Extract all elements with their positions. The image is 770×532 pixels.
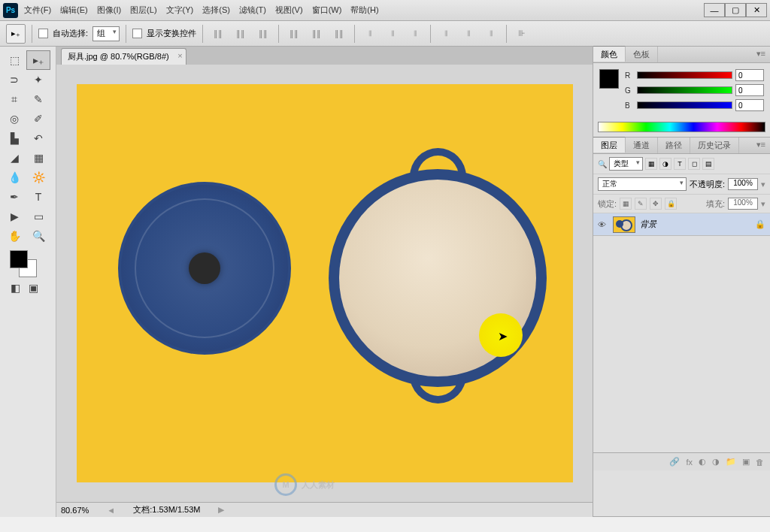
tool-eyedropper[interactable]: ✎ xyxy=(26,89,50,109)
tool-gradient[interactable]: ▦ xyxy=(26,148,50,168)
fill-input[interactable]: 100% xyxy=(728,198,758,210)
tool-healing[interactable]: ◎ xyxy=(2,109,26,128)
tool-history-brush[interactable]: ↶ xyxy=(26,128,50,148)
tool-rectangle[interactable]: ▭ xyxy=(26,207,50,226)
tab-history[interactable]: 历史记录 xyxy=(690,138,739,153)
align-top-icon[interactable]: ‖‖ xyxy=(209,26,227,41)
menu-file[interactable]: 文件(F) xyxy=(24,5,51,16)
r-slider[interactable] xyxy=(637,71,732,79)
filter-pixel-icon[interactable]: ▦ xyxy=(645,158,657,170)
tool-screen-mode[interactable]: ▣ xyxy=(25,280,41,295)
tool-type[interactable]: T xyxy=(26,187,50,207)
tool-magic-wand[interactable]: ✦ xyxy=(26,70,50,89)
tab-swatches[interactable]: 色板 xyxy=(626,47,658,62)
show-transform-checkbox[interactable] xyxy=(132,29,142,38)
opacity-input[interactable]: 100% xyxy=(728,178,758,190)
canvas[interactable]: ➤ xyxy=(77,84,573,482)
panel-menu-icon[interactable]: ▾≡ xyxy=(752,47,770,62)
menu-select[interactable]: 选择(S) xyxy=(202,5,230,16)
menu-help[interactable]: 帮助(H) xyxy=(350,5,378,16)
filter-type-icon[interactable]: T xyxy=(674,158,686,170)
lock-paint-icon[interactable]: ✎ xyxy=(635,198,647,210)
layer-thumbnail[interactable] xyxy=(613,216,635,233)
tool-zoom[interactable]: 🔍 xyxy=(26,226,50,246)
menu-image[interactable]: 图像(I) xyxy=(97,5,121,16)
filter-type-dropdown[interactable]: 类型 xyxy=(609,157,643,171)
visibility-icon[interactable]: 👁 xyxy=(598,220,608,229)
menu-window[interactable]: 窗口(W) xyxy=(312,5,342,16)
r-input[interactable] xyxy=(735,69,764,81)
new-group-icon[interactable]: 📁 xyxy=(726,457,736,467)
menu-edit[interactable]: 编辑(E) xyxy=(60,5,88,16)
tool-lasso[interactable]: ⊃ xyxy=(2,70,26,89)
new-layer-icon[interactable]: ▣ xyxy=(742,457,750,467)
layer-name[interactable]: 背景 xyxy=(640,219,750,230)
document-status[interactable]: 文档:1.53M/1.53M xyxy=(133,504,200,515)
filter-shape-icon[interactable]: ◻ xyxy=(688,158,700,170)
close-button[interactable]: ✕ xyxy=(746,3,767,17)
menu-view[interactable]: 视图(V) xyxy=(275,5,303,16)
auto-select-checkbox[interactable] xyxy=(38,29,48,38)
tool-hand[interactable]: ✋ xyxy=(2,226,26,246)
minimize-button[interactable]: — xyxy=(704,3,725,17)
fill-stepper-icon[interactable]: ▾ xyxy=(761,199,765,209)
filter-smart-icon[interactable]: ▤ xyxy=(702,158,714,170)
distribute-left-icon[interactable]: ⫴ xyxy=(437,26,455,41)
menu-type[interactable]: 文字(Y) xyxy=(166,5,194,16)
menu-filter[interactable]: 滤镜(T) xyxy=(239,5,266,16)
document-tab[interactable]: 厨具.jpg @ 80.7%(RGB/8#) × xyxy=(61,48,186,65)
lock-pixels-icon[interactable]: ▦ xyxy=(620,198,632,210)
link-layers-icon[interactable]: 🔗 xyxy=(669,457,680,467)
tool-brush[interactable]: ✐ xyxy=(26,109,50,128)
distribute-top-icon[interactable]: ⫴ xyxy=(361,26,379,41)
opacity-stepper-icon[interactable]: ▾ xyxy=(761,180,765,189)
spectrum-picker[interactable] xyxy=(598,122,765,132)
lock-all-icon[interactable]: 🔒 xyxy=(665,198,677,210)
tab-color[interactable]: 颜色 xyxy=(593,46,626,62)
delete-layer-icon[interactable]: 🗑 xyxy=(756,458,764,467)
distribute-hcenter-icon[interactable]: ⫴ xyxy=(459,26,477,41)
align-hcenter-icon[interactable]: ‖‖ xyxy=(308,26,326,41)
layer-mask-icon[interactable]: ◐ xyxy=(699,457,706,467)
tool-blur[interactable]: 💧 xyxy=(2,168,26,187)
blend-mode-dropdown[interactable]: 正常 xyxy=(598,177,687,191)
tab-layers[interactable]: 图层 xyxy=(593,137,626,153)
panel-menu-icon[interactable]: ▾≡ xyxy=(752,138,770,153)
g-input[interactable] xyxy=(735,84,764,96)
3d-mode-icon[interactable]: ⊪ xyxy=(513,26,531,41)
distribute-bottom-icon[interactable]: ⫴ xyxy=(406,26,424,41)
tool-eraser[interactable]: ◢ xyxy=(2,148,26,168)
status-arrow-icon[interactable]: ▶ xyxy=(218,505,224,515)
lock-icon[interactable]: 🔒 xyxy=(755,219,765,229)
tool-marquee[interactable]: ⬚ xyxy=(2,50,26,70)
tab-channels[interactable]: 通道 xyxy=(626,138,658,153)
align-bottom-icon[interactable]: ‖‖ xyxy=(254,26,272,41)
g-slider[interactable] xyxy=(637,86,732,94)
tab-paths[interactable]: 路径 xyxy=(658,138,690,153)
close-tab-icon[interactable]: × xyxy=(177,51,182,60)
lock-position-icon[interactable]: ✥ xyxy=(650,198,662,210)
foreground-color[interactable] xyxy=(10,250,28,268)
distribute-right-icon[interactable]: ⫴ xyxy=(482,26,500,41)
layer-row-background[interactable]: 👁 背景 🔒 xyxy=(593,213,770,236)
adjustment-layer-icon[interactable]: ◑ xyxy=(712,457,720,467)
tool-dodge[interactable]: 🔆 xyxy=(26,168,50,187)
align-left-icon[interactable]: ‖‖ xyxy=(285,26,303,41)
tool-stamp[interactable]: ▙ xyxy=(2,128,26,148)
distribute-vcenter-icon[interactable]: ⫴ xyxy=(383,26,402,41)
auto-select-dropdown[interactable]: 组 xyxy=(92,26,120,41)
align-vcenter-icon[interactable]: ‖‖ xyxy=(232,26,250,41)
tool-move[interactable]: ▸₊ xyxy=(26,50,50,70)
tool-pen[interactable]: ✒ xyxy=(2,187,26,207)
active-tool-indicator[interactable]: ▸₊ xyxy=(6,24,26,44)
filter-adjust-icon[interactable]: ◑ xyxy=(659,158,671,170)
layer-fx-icon[interactable]: fx xyxy=(686,458,693,467)
b-slider[interactable] xyxy=(637,101,732,109)
b-input[interactable] xyxy=(735,99,764,111)
align-right-icon[interactable]: ‖‖ xyxy=(330,26,348,41)
tool-quick-mask[interactable]: ◧ xyxy=(7,280,23,295)
tool-path-select[interactable]: ▶ xyxy=(2,207,26,226)
maximize-button[interactable]: ▢ xyxy=(725,3,746,17)
color-swatch[interactable] xyxy=(599,69,619,89)
zoom-level[interactable]: 80.67% xyxy=(61,506,89,515)
